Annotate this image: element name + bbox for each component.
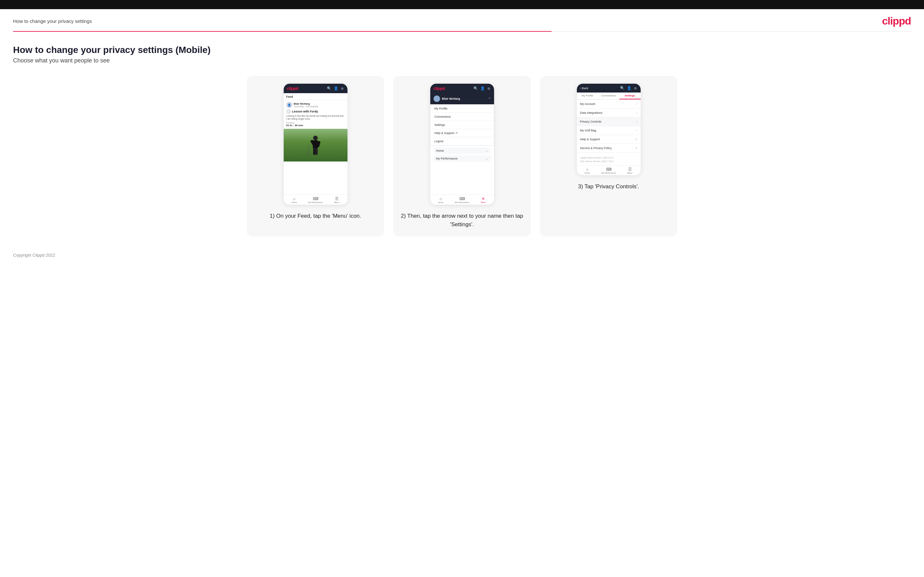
phone-2-content: Feed Blair McHarg ⌃	[430, 93, 494, 195]
close-icon: ✕	[481, 197, 485, 201]
my-golf-bag-chevron: ›	[636, 129, 637, 132]
golfer-svg	[305, 135, 325, 161]
dropdown-user-name: Blair McHarg	[442, 97, 460, 100]
phone-1-content: Feed 👤 Blair McHarg Yesterday · Sunningd…	[284, 93, 347, 195]
feed-duration-value: 01 hr : 30 min	[286, 124, 345, 127]
menu-icon: ☰	[335, 197, 339, 201]
tab-my-profile[interactable]: My Profile	[577, 92, 598, 99]
dropdown-logout[interactable]: Logout	[431, 137, 494, 145]
menu-label: Menu	[334, 201, 339, 203]
search-icon-3: 🔍	[620, 86, 625, 90]
phone-3-bottom-nav: ⌂ Home ⌨ My Performance ☰ Menu	[577, 165, 641, 175]
dropdown-home-section[interactable]: Home ⌄	[433, 147, 491, 154]
tab-settings[interactable]: Settings	[619, 92, 641, 99]
dropdown-user-row: Blair McHarg ⌃	[430, 93, 494, 104]
phone-1-logo: clippd	[287, 86, 299, 91]
user-icon: 👤	[334, 86, 338, 90]
dropdown-connections[interactable]: Connections	[431, 113, 494, 121]
data-integrations-chevron: ›	[636, 111, 637, 114]
phone-1-bottom-nav: ⌂ Home ⌨ My Performance ☰ Menu	[284, 195, 347, 205]
version-info: Clippd Client Version: 2022.8.3-3 GQL Se…	[577, 153, 641, 165]
settings-icon: ⛭	[341, 87, 344, 90]
dropdown-help-support[interactable]: Help & Support ↗	[431, 129, 494, 137]
service-privacy-external-icon: ↗	[635, 147, 637, 150]
bottom-menu-close: ✕ Menu	[473, 197, 494, 203]
step-2-phone: clippd 🔍 👤 ⛭ Feed	[430, 84, 494, 205]
home-section-chevron: ⌄	[486, 149, 488, 152]
data-integrations-label: Data Integrations	[580, 111, 603, 114]
phone-3-back-bar: ‹ Back 🔍 👤 ⛭	[577, 84, 641, 92]
header: How to change your privacy settings clip…	[0, 9, 924, 31]
tab-connections[interactable]: Connections	[598, 92, 619, 99]
svg-rect-4	[313, 148, 315, 155]
step-3-card: ‹ Back 🔍 👤 ⛭ My Profile Connections Sett…	[540, 76, 677, 236]
bottom-home-2: ⌂ Home	[430, 197, 452, 203]
svg-line-6	[308, 145, 309, 156]
settings-my-golf-bag[interactable]: My Golf Bag ›	[577, 126, 641, 135]
home-label: Home	[292, 201, 297, 203]
back-button[interactable]: ‹ Back	[580, 87, 589, 90]
user-icon-3: 👤	[627, 86, 632, 90]
dropdown-avatar	[433, 95, 440, 102]
settings-list: My Account › Data Integrations › Privacy…	[577, 100, 641, 153]
bottom-menu-3: ☰ Menu	[619, 167, 641, 174]
dropdown-user-info: Blair McHarg	[433, 95, 460, 102]
help-support-external-icon: ↗	[635, 138, 637, 141]
home-icon-3: ⌂	[586, 167, 588, 172]
menu-close-label: Menu	[481, 201, 486, 203]
settings-my-account[interactable]: My Account ›	[577, 100, 641, 108]
performance-label: My Performance	[308, 201, 323, 203]
feed-label: Feed	[284, 93, 347, 100]
feed-author-date: Yesterday · Sunningdale	[294, 105, 319, 108]
copyright: Copyright Clippd 2022	[13, 253, 55, 258]
bottom-performance-2: ⌨ My Performance	[452, 197, 473, 203]
phone-3-tabs: My Profile Connections Settings	[577, 92, 641, 100]
feed-image	[284, 129, 347, 161]
settings-icon-2: ⛭	[487, 87, 491, 90]
home-icon: ⌂	[293, 197, 295, 201]
phone-2-bottom-nav: ⌂ Home ⌨ My Performance ✕ Menu	[430, 195, 494, 205]
step-3-phone: ‹ Back 🔍 👤 ⛭ My Profile Connections Sett…	[577, 84, 641, 175]
bottom-home-3: ⌂ Home	[577, 167, 598, 174]
feed-lesson-title: 📄 Lesson with Fordy	[286, 109, 345, 114]
settings-data-integrations[interactable]: Data Integrations ›	[577, 108, 641, 118]
feed-post: 👤 Blair McHarg Yesterday · Sunningdale 📄…	[284, 100, 347, 129]
search-icon-2: 🔍	[473, 86, 478, 90]
settings-privacy-controls[interactable]: Privacy Controls ›	[577, 118, 641, 126]
phone-1-nav: clippd 🔍 👤 ⛭	[284, 84, 347, 93]
phone-1-icons: 🔍 👤 ⛭	[327, 86, 344, 90]
performance-icon: ⌨	[313, 197, 318, 201]
main-content: How to change your privacy settings (Mob…	[0, 32, 924, 243]
performance-label-3: My Performance	[601, 172, 616, 174]
step-1-card: clippd 🔍 👤 ⛭ Feed 👤 Blair McHarg	[247, 76, 384, 236]
svg-rect-5	[315, 148, 318, 155]
phone-3-icons: 🔍 👤 ⛭	[620, 86, 637, 90]
dropdown-settings[interactable]: Settings	[431, 121, 494, 129]
bottom-home: ⌂ Home	[284, 197, 305, 203]
feed-author-name: Blair McHarg	[294, 102, 319, 105]
settings-icon-3: ⛭	[634, 86, 637, 90]
logo: clippd	[882, 15, 911, 27]
phone-2-icons: 🔍 👤 ⛭	[473, 86, 491, 90]
home-section-label: Home	[436, 149, 444, 152]
top-bar	[0, 0, 924, 9]
dropdown-performance-section[interactable]: My Performance ⌄	[433, 155, 491, 162]
page-heading: How to change your privacy settings (Mob…	[13, 45, 911, 55]
dropdown-my-profile[interactable]: My Profile	[431, 105, 494, 113]
footer: Copyright Clippd 2022	[0, 243, 924, 268]
feed-lesson-text: Looking to feel like my hands are exitin…	[286, 114, 345, 120]
my-account-label: My Account	[580, 102, 596, 106]
step-2-card: clippd 🔍 👤 ⛭ Feed	[393, 76, 531, 236]
step-1-phone: clippd 🔍 👤 ⛭ Feed 👤 Blair McHarg	[284, 84, 347, 205]
bottom-performance-3: ⌨ My Performance	[598, 167, 619, 174]
feed-avatar: 👤	[286, 102, 292, 108]
settings-help-support[interactable]: Help & Support ↗	[577, 135, 641, 144]
home-label-3: Home	[585, 172, 590, 174]
settings-service-privacy[interactable]: Service & Privacy Policy ↗	[577, 144, 641, 153]
phone-2-nav: clippd 🔍 👤 ⛭	[430, 84, 494, 93]
dropdown-sections: Home ⌄ My Performance ⌄	[430, 146, 494, 165]
performance-section-label: My Performance	[436, 157, 458, 160]
dropdown-chevron-up: ⌃	[488, 97, 491, 101]
steps-row: clippd 🔍 👤 ⛭ Feed 👤 Blair McHarg	[13, 76, 911, 236]
bottom-menu: ☰ Menu	[326, 197, 347, 203]
